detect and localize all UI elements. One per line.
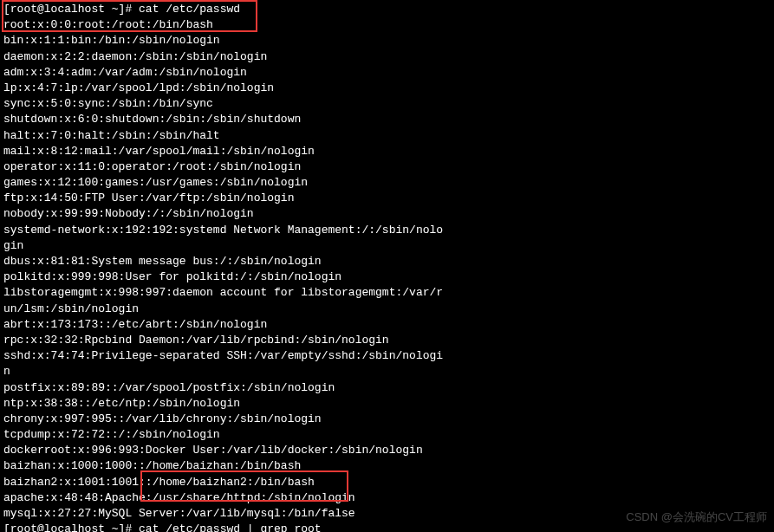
output-line: dbus:x:81:81:System message bus:/:/sbin/… [3,254,771,269]
output-line: dockerroot:x:996:993:Docker User:/var/li… [3,443,771,458]
terminal-output: [root@localhost ~]# cat /etc/passwd root… [3,2,771,532]
output-line: libstoragemgmt:x:998:997:daemon account … [3,285,771,301]
output-line: sshd:x:74:74:Privilege-separated SSH:/va… [3,348,771,364]
output-line: baizhan:x:1000:1000::/home/baizhan:/bin/… [3,458,771,474]
output-line: lp:x:4:7:lp:/var/spool/lpd:/sbin/nologin [3,81,771,96]
output-line: bin:x:1:1:bin:/bin:/sbin/nologin [3,33,771,49]
output-line: ntp:x:38:38::/etc/ntp:/sbin/nologin [3,396,771,412]
output-line: games:x:12:100:games:/usr/games:/sbin/no… [3,175,771,191]
output-line: un/lsm:/sbin/nologin [3,302,771,317]
output-line: abrt:x:173:173::/etc/abrt:/sbin/nologin [3,317,771,333]
output-line: nobody:x:99:99:Nobody:/:/sbin/nologin [3,206,771,222]
command-text: cat /etc/passwd [132,3,240,16]
output-line: n [3,364,771,380]
prompt-text: [root@localhost ~]# [3,522,132,532]
output-line: chrony:x:997:995::/var/lib/chrony:/sbin/… [3,412,771,427]
output-line: postfix:x:89:89::/var/spool/postfix:/sbi… [3,380,771,396]
output-line: sync:x:5:0:sync:/sbin:/bin/sync [3,96,771,112]
prompt-text: [root@localhost ~]# [3,3,132,16]
command-text: cat /etc/passwd | grep root [132,522,321,532]
output-line: adm:x:3:4:adm:/var/adm:/sbin/nologin [3,65,771,81]
output-line: systemd-network:x:192:192:systemd Networ… [3,223,771,238]
output-line: tcpdump:x:72:72::/:/sbin/nologin [3,427,771,443]
output-line: daemon:x:2:2:daemon:/sbin:/sbin/nologin [3,49,771,65]
output-line: shutdown:x:6:0:shutdown:/sbin:/sbin/shut… [3,112,771,127]
watermark-text: CSDN @会洗碗的CV工程师 [626,509,767,525]
output-line: gin [3,238,771,254]
output-line: baizhan2:x:1001:1001::/home/baizhan2:/bi… [3,475,771,490]
prompt-line-1[interactable]: [root@localhost ~]# cat /etc/passwd [3,2,771,17]
output-line: operator:x:11:0:operator:/root:/sbin/nol… [3,159,771,175]
output-line: mail:x:8:12:mail:/var/spool/mail:/sbin/n… [3,144,771,159]
output-line: halt:x:7:0:halt:/sbin:/sbin/halt [3,128,771,144]
passwd-output: bin:x:1:1:bin:/bin:/sbin/nologindaemon:x… [3,33,771,506]
output-line: root:x:0:0:root:/root:/bin/bash [3,17,771,33]
output-line: rpc:x:32:32:Rpcbind Daemon:/var/lib/rpcb… [3,333,771,348]
output-line: apache:x:48:48:Apache:/usr/share/httpd:/… [3,490,771,506]
output-line: ftp:x:14:50:FTP User:/var/ftp:/sbin/nolo… [3,191,771,206]
output-line: polkitd:x:999:998:User for polkitd:/:/sb… [3,269,771,285]
